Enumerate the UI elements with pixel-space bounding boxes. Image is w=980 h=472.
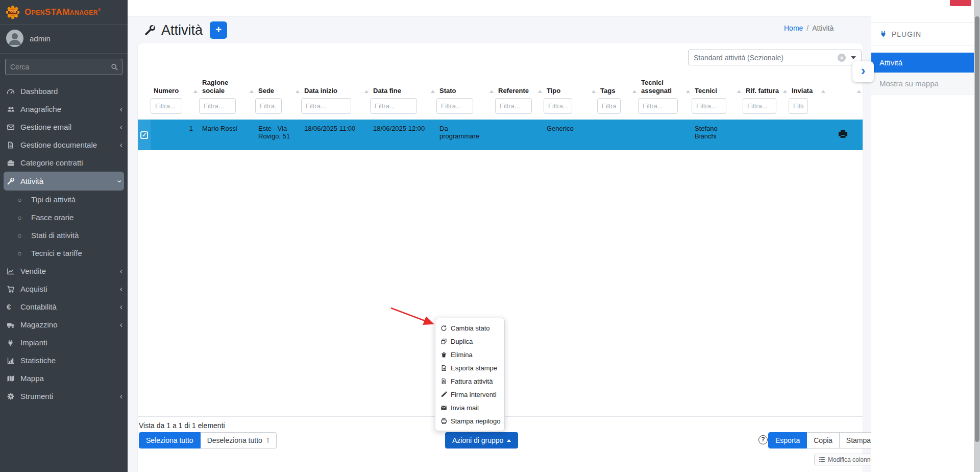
group-actions-button[interactable]: Azioni di gruppo [445, 432, 518, 449]
menu-item-duplica[interactable]: Duplica [435, 335, 504, 348]
search-input[interactable] [5, 59, 107, 75]
cell-numero: 1 [151, 120, 199, 150]
menu-item-fattura-attivita[interactable]: Fattura attività [435, 374, 504, 388]
pen-icon [440, 391, 447, 398]
scrollbar-thumb[interactable] [975, 16, 979, 442]
group-actions-menu: Cambia stato Duplica Elimina Esporta sta… [435, 318, 505, 431]
col-tipo[interactable]: Tipo [544, 77, 597, 98]
add-activity-button[interactable]: + [210, 21, 227, 39]
sort-icon [296, 90, 300, 93]
menu-item-stampa-riepilogo[interactable]: Stampa riepilogo [435, 414, 504, 428]
sidebar-item-anagrafiche[interactable]: Anagrafiche ‹ [0, 100, 128, 118]
sidebar-item-dashboard[interactable]: Dashboard [0, 82, 128, 100]
sidebar-item-contabilita[interactable]: € Contabilità ‹ [0, 298, 128, 316]
user-name: admin [30, 34, 51, 43]
help-icon[interactable]: ? [758, 435, 768, 444]
sidebar-item-magazzino[interactable]: Magazzino ‹ [0, 316, 128, 334]
sidebar-item-tipi-di-attivita[interactable]: ○ Tipi di attività [0, 191, 128, 208]
col-data-inizio[interactable]: Data inizio [301, 77, 370, 98]
search-button[interactable] [107, 59, 122, 75]
file-icon [7, 141, 20, 149]
sidebar-item-gestione-documentale[interactable]: Gestione documentale ‹ [0, 136, 128, 154]
sort-icon [250, 90, 254, 93]
row-checkbox[interactable]: ✓ [140, 131, 148, 139]
filter-tecnici-assegnati-input[interactable] [638, 98, 678, 114]
chevron-left-icon: ‹ [120, 267, 122, 275]
sort-icon [686, 90, 690, 93]
chevron-left-icon: ‹ [120, 285, 122, 293]
sidebar-item-stati-di-attivita[interactable]: ○ Stati di attività [0, 226, 128, 244]
select-all-button[interactable]: Seleziona tutto [139, 432, 201, 449]
col-sede[interactable]: Sede [255, 77, 301, 98]
copy-button[interactable]: Copia [807, 432, 840, 449]
print-template-select[interactable]: Standard attività (Sezionale) × [688, 50, 862, 65]
filter-tags-input[interactable] [597, 98, 621, 114]
menu-item-invia-mail[interactable]: Invia mail [435, 401, 504, 414]
page-header: Attività + [144, 21, 227, 39]
col-inviata[interactable]: Inviata [789, 77, 827, 98]
col-tecnici[interactable]: Tecnici [692, 77, 743, 98]
filter-numero-input[interactable] [151, 98, 182, 114]
col-rif-fattura[interactable]: Rif. fattura [743, 77, 789, 98]
cell-data-fine: 18/06/2025 12:00 [370, 120, 436, 150]
sidebar-search [0, 54, 128, 79]
wrench-icon [144, 24, 156, 36]
filter-inviata-input[interactable] [789, 98, 808, 114]
sidebar-item-attivita[interactable]: Attività ‹ [4, 172, 124, 191]
table-row[interactable]: ✓ 1 Mario Rossi Este - Via Rovigo, 51 18… [138, 120, 863, 150]
plugin-item-attivita[interactable]: Attività [871, 53, 974, 73]
cell-print [827, 120, 863, 150]
filter-tecnici-input[interactable] [692, 98, 726, 114]
col-ragione-sociale[interactable]: Ragione sociale [199, 77, 255, 98]
filter-tipo-input[interactable] [544, 98, 572, 114]
cell-referente [495, 120, 544, 150]
sidebar-item-categorie-contratti[interactable]: Categorie contratti [0, 154, 128, 172]
plug-icon [7, 339, 20, 347]
plugin-panel-toggle-button[interactable]: › [852, 61, 874, 82]
sidebar-item-impianti[interactable]: Impianti [0, 334, 128, 351]
filter-sede-input[interactable] [255, 98, 282, 114]
sidebar-item-vendite[interactable]: Vendite ‹ [0, 262, 128, 280]
filter-referente-input[interactable] [495, 98, 532, 114]
brand-gear-logo-icon: OSM [5, 5, 20, 20]
menu-item-esporta-stampe[interactable]: Esporta stampe [435, 361, 504, 374]
search-icon [111, 63, 118, 71]
chevron-left-icon: ‹ [120, 321, 122, 329]
menu-item-cambia-stato[interactable]: Cambia stato [435, 321, 504, 335]
menu-item-elimina[interactable]: Elimina [435, 348, 504, 361]
filter-ragione-sociale-input[interactable] [199, 98, 236, 114]
filter-rif-fattura-input[interactable] [743, 98, 776, 114]
col-tecnici-assegnati[interactable]: Tecnici assegnati [638, 77, 692, 98]
col-stato[interactable]: Stato [436, 77, 495, 98]
sort-icon [431, 90, 435, 93]
plugin-item-mostra-su-mappa[interactable]: Mostra su mappa [871, 73, 974, 95]
sidebar-item-acquisti[interactable]: Acquisti ‹ [0, 280, 128, 298]
col-referente[interactable]: Referente [495, 77, 544, 98]
brand[interactable]: OSM OpenSTAManager® [0, 0, 128, 25]
chevron-left-icon: ‹ [120, 141, 122, 149]
filter-data-fine-input[interactable] [370, 98, 417, 114]
filter-stato-input[interactable] [436, 98, 473, 114]
sidebar-item-gestione-email[interactable]: Gestione email ‹ [0, 118, 128, 136]
plug-icon [879, 30, 887, 38]
filter-data-inizio-input[interactable] [301, 98, 351, 114]
sidebar-item-mappa[interactable]: Mappa [0, 369, 128, 387]
col-numero[interactable]: Numero [151, 77, 199, 98]
sidebar-item-fasce-orarie[interactable]: ○ Fasce orarie [0, 208, 128, 226]
user-panel[interactable]: admin [0, 25, 128, 54]
menu-item-firma-interventi[interactable]: Firma interventi [435, 388, 504, 401]
sidebar-item-tecnici-e-tariffe[interactable]: ○ Tecnici e tariffe [0, 244, 128, 262]
col-data-fine[interactable]: Data fine [370, 77, 436, 98]
caret-down-icon[interactable] [851, 56, 856, 59]
sidebar-item-statistiche[interactable]: Statistiche [0, 351, 128, 369]
sidebar-item-strumenti[interactable]: Strumenti ‹ [0, 387, 128, 405]
edit-columns-button[interactable]: Modifica colonne [814, 454, 878, 465]
col-tags[interactable]: Tags [597, 77, 638, 98]
cell-tags [597, 120, 638, 150]
breadcrumb-home-link[interactable]: Home [784, 24, 803, 32]
export-button[interactable]: Esporta [768, 432, 807, 449]
deselect-all-button[interactable]: Deseleziona tutto 1 [201, 432, 277, 449]
clear-selection-icon[interactable]: × [838, 54, 846, 62]
print-icon[interactable] [838, 129, 848, 139]
logout-button[interactable] [950, 0, 971, 6]
